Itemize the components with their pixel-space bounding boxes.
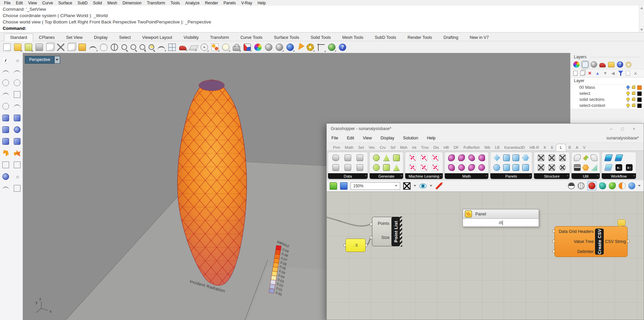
layer-bulb-icon[interactable] <box>626 91 630 96</box>
explode-icon[interactable] <box>14 150 20 156</box>
circle-center-icon[interactable] <box>201 44 208 51</box>
tab-drafting[interactable]: Drafting <box>438 34 464 41</box>
layer-name[interactable]: select <box>579 91 625 96</box>
sketch-pencil-icon[interactable] <box>435 182 443 190</box>
cross-brace-icon[interactable] <box>548 164 555 171</box>
tab-curve-tools[interactable]: Curve Tools <box>235 34 268 41</box>
fillet-curve-icon[interactable] <box>14 105 20 109</box>
zoom-extents-icon[interactable] <box>403 182 411 190</box>
preview-eye-icon[interactable] <box>419 184 427 188</box>
blob-icon[interactable] <box>468 154 475 161</box>
truss-icon[interactable] <box>538 154 544 161</box>
close-button[interactable]: × <box>628 126 640 131</box>
layer-color-swatch[interactable] <box>637 98 642 102</box>
grasshopper-titlebar[interactable]: Grasshopper - sunanalysisbase* – □ × <box>327 124 644 134</box>
gh-tab-msh[interactable]: Msh <box>398 144 410 150</box>
color-wheel-icon[interactable] <box>254 44 262 51</box>
palette-group-label[interactable]: Util <box>572 173 600 179</box>
command-history[interactable]: Command: '_SetView Choose coordinate sys… <box>0 6 644 33</box>
sphere-icon[interactable] <box>14 126 20 133</box>
hex-panel-icon[interactable] <box>493 164 500 171</box>
box-generate-icon[interactable] <box>383 164 390 171</box>
layers-stack-icon[interactable] <box>244 44 251 51</box>
xml-import-icon[interactable] <box>357 164 363 171</box>
menu-file[interactable]: File <box>1 1 13 5</box>
grid-generate-icon[interactable] <box>393 154 400 161</box>
diagonal-panel-icon[interactable] <box>513 154 519 161</box>
surface-patch-icon[interactable] <box>2 115 9 121</box>
new-file-icon[interactable] <box>3 44 11 51</box>
tab-surface-tools[interactable]: Surface Tools <box>268 34 305 41</box>
tab-cplanes[interactable]: CPlanes <box>33 34 60 41</box>
cplane-icon[interactable] <box>189 46 198 50</box>
slider-value[interactable]: . 5 <box>354 243 358 247</box>
tab-mesh-tools[interactable]: Mesh Tools <box>336 34 369 41</box>
panel-text-value[interactable]: //i <box>499 220 502 225</box>
move-down-icon[interactable]: ▼ <box>603 71 608 76</box>
surface-bend-icon[interactable] <box>14 115 20 121</box>
pan-icon[interactable] <box>100 44 107 51</box>
shaded-preview-icon[interactable] <box>588 182 595 189</box>
ghosted-display-icon[interactable] <box>276 44 283 51</box>
torus-icon[interactable] <box>478 164 485 171</box>
tab-viewport-layout[interactable]: Viewport Layout <box>137 34 178 41</box>
point-list-title-bar[interactable]: Point List <box>391 217 400 246</box>
cone-math-icon[interactable] <box>448 164 455 171</box>
trim-icon[interactable] <box>2 162 9 168</box>
export-down-icon[interactable]: x↓ <box>615 164 622 171</box>
shaded-display-icon[interactable] <box>265 44 272 51</box>
delete-layer-icon[interactable]: ✕ <box>587 71 592 76</box>
layer-color-swatch[interactable] <box>637 85 642 90</box>
open-document-icon[interactable] <box>330 182 337 190</box>
half-preview-icon[interactable] <box>619 182 626 189</box>
curve-icon[interactable] <box>14 70 20 74</box>
panel-component-editor[interactable]: Panel //i <box>463 209 539 227</box>
settings-tab-icon[interactable] <box>626 62 632 68</box>
regression-icon[interactable] <box>409 154 416 161</box>
paste-icon[interactable] <box>78 44 86 51</box>
polygon-icon[interactable] <box>2 103 9 110</box>
flatten-tri-icon[interactable] <box>591 164 597 171</box>
palette-group-label[interactable]: Workflow <box>602 173 636 179</box>
help-tab-icon[interactable]: ? <box>617 61 623 68</box>
palette-group-label[interactable]: Panels <box>490 173 532 179</box>
create-csv-title-bar[interactable]: Create CSV <box>595 229 604 255</box>
gh-tab-srf[interactable]: Srf <box>388 144 398 150</box>
gh-menu-file[interactable]: File <box>331 136 338 140</box>
undo-icon[interactable] <box>89 46 97 50</box>
gh-tab-math[interactable]: Math <box>342 144 356 150</box>
space-frame-icon[interactable] <box>538 164 544 171</box>
gh-menu-help[interactable]: Help <box>427 136 436 140</box>
group-points-icon[interactable] <box>14 173 20 180</box>
collapse-icon[interactable]: ◀ <box>610 71 615 76</box>
layer-reference-icon[interactable] <box>604 164 613 171</box>
viewport-tab[interactable]: Perspective <box>25 56 60 64</box>
menu-panels[interactable]: Panels <box>221 1 238 5</box>
shell-icon[interactable] <box>458 164 465 171</box>
layer-name[interactable]: solid sections <box>579 97 625 102</box>
triangle-generate-icon[interactable] <box>383 154 390 161</box>
hexagon-panel-icon[interactable] <box>522 154 529 161</box>
dense-grid-icon[interactable] <box>548 154 555 161</box>
palette-group-label[interactable]: Structure <box>534 173 570 179</box>
copy-layer-icon[interactable] <box>580 71 585 76</box>
palette-group-label[interactable]: Math <box>445 173 488 179</box>
weld-hex-icon[interactable] <box>582 164 589 171</box>
box-icon[interactable] <box>2 126 9 133</box>
four-viewports-icon[interactable] <box>168 44 176 51</box>
layer-bulb-icon[interactable] <box>626 98 630 102</box>
menu-curve[interactable]: Curve <box>40 1 56 5</box>
gh-menu-edit[interactable]: Edit <box>347 136 354 140</box>
layer-lock-icon[interactable] <box>632 98 635 101</box>
help-icon[interactable]: ? <box>339 44 346 51</box>
custom-preview-teal-icon[interactable] <box>599 182 606 189</box>
zoom-target-icon[interactable] <box>149 44 154 50</box>
layer-bulb-icon[interactable] <box>626 104 630 108</box>
remap-grid-icon[interactable] <box>574 164 581 171</box>
curve-fit-icon[interactable] <box>409 164 416 171</box>
import-up-icon[interactable]: x↑ <box>626 164 633 171</box>
csv-input-delimiter[interactable]: Delimiter <box>557 249 594 254</box>
gear-structure-icon[interactable] <box>559 164 566 171</box>
layer-settings-icon[interactable] <box>626 71 630 76</box>
tab-visibility[interactable]: Visibility <box>178 34 204 41</box>
